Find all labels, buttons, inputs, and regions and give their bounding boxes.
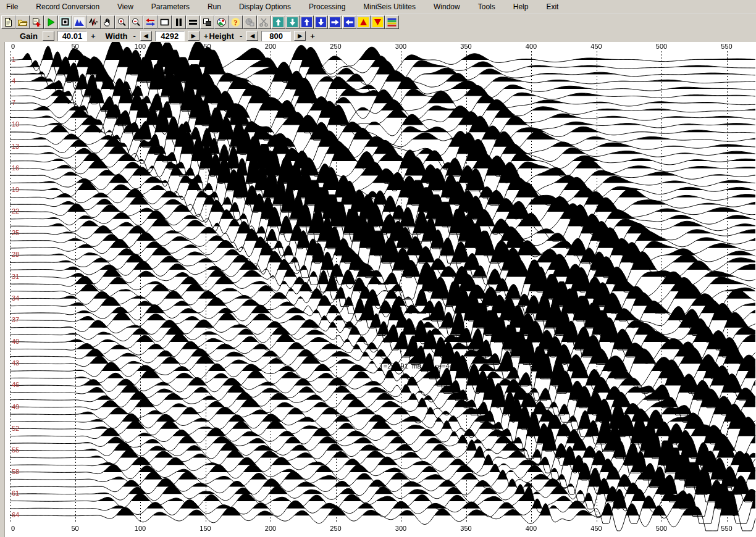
time-tick-bottom-150: 150 — [200, 525, 211, 532]
menu-item-view[interactable]: View — [112, 1, 138, 12]
save-record-button[interactable] — [30, 15, 44, 29]
menu-item-display-options[interactable]: Display Options — [234, 1, 296, 12]
window-left-border — [0, 42, 5, 537]
open-record-button[interactable] — [15, 15, 30, 29]
new-record-icon — [3, 17, 14, 27]
width-next-button[interactable]: ▶ — [188, 31, 200, 41]
nudge-up-icon — [273, 17, 284, 27]
width-label: Width — [106, 31, 128, 41]
cut-disabled-icon — [259, 17, 269, 27]
trace-label-61: 61 — [12, 489, 19, 497]
wiggle-trace-button[interactable] — [86, 15, 101, 29]
trace-label-25: 25 — [12, 229, 19, 236]
amplitude-up-button[interactable] — [356, 15, 371, 29]
cut-disabled-button[interactable] — [257, 15, 271, 29]
pause-display-button[interactable] — [172, 15, 186, 29]
width-increase-button[interactable]: + — [204, 31, 209, 41]
menu-bar: FileRecord ConversionViewParametersRunDi… — [0, 0, 756, 14]
new-record-button[interactable] — [1, 15, 15, 29]
move-right-button[interactable] — [328, 15, 342, 29]
time-tick-bottom-0: 0 — [11, 525, 15, 532]
menu-item-tools[interactable]: Tools — [473, 1, 500, 12]
menu-item-miniseis-utilites[interactable]: MiniSeis Utilites — [358, 1, 421, 12]
time-tick-bottom-400: 400 — [526, 525, 537, 532]
overlay-windows-button[interactable] — [200, 15, 214, 29]
time-tick-bottom-350: 350 — [460, 525, 471, 532]
color-scale-button[interactable] — [385, 15, 399, 29]
menu-item-run[interactable]: Run — [203, 1, 226, 12]
width-decrease-button[interactable]: - — [133, 31, 135, 41]
height-value-field[interactable]: 800 — [261, 31, 291, 41]
time-tick-bottom-50: 50 — [71, 525, 78, 532]
trace-label-43: 43 — [12, 359, 19, 367]
height-label: Height — [209, 31, 233, 41]
processing-disabled-button[interactable] — [243, 15, 257, 29]
height-increase-button[interactable]: + — [310, 31, 315, 41]
color-scale-icon — [387, 17, 397, 27]
seismic-plot-area[interactable]: 050100150200250300350400450500550 050100… — [0, 42, 756, 537]
zoom-out-icon — [131, 17, 141, 27]
nudge-up-button[interactable] — [271, 15, 285, 29]
box-display-button[interactable] — [158, 15, 172, 29]
time-tick-bottom-300: 300 — [395, 525, 406, 532]
trace-label-1: 1 — [12, 56, 15, 63]
trace-label-40: 40 — [12, 338, 19, 345]
height-decrease-button[interactable]: - — [240, 31, 242, 41]
box-display-icon — [159, 17, 170, 27]
spectrum-button[interactable] — [72, 15, 86, 29]
color-image-button[interactable] — [214, 15, 229, 29]
time-tick-bottom-550: 550 — [721, 525, 732, 532]
height-next-button[interactable]: ▶ — [294, 31, 306, 41]
color-image-icon — [216, 17, 227, 27]
trace-label-64: 64 — [12, 511, 19, 518]
save-record-icon — [32, 17, 42, 27]
time-tick-top-500: 500 — [656, 43, 667, 50]
menu-item-record-conversion[interactable]: Record Conversion — [31, 1, 104, 12]
time-tick-top-200: 200 — [265, 43, 276, 50]
zoom-in-button[interactable] — [115, 15, 129, 29]
gain-value-field[interactable]: 40.01 — [57, 31, 87, 41]
trace-label-19: 19 — [12, 186, 19, 193]
trace-label-28: 28 — [12, 251, 19, 258]
trace-label-7: 7 — [12, 99, 15, 106]
equal-scale-button[interactable] — [186, 15, 200, 29]
menu-item-file[interactable]: File — [1, 1, 23, 12]
menu-item-parameters[interactable]: Parameters — [146, 1, 195, 12]
time-tick-top-250: 250 — [330, 43, 341, 50]
pick-annotation: T=283.91 ms, Trace=44 — [379, 362, 453, 370]
help-icon: ? — [230, 17, 241, 27]
zoom-out-button[interactable] — [129, 15, 143, 29]
gain-increase-button[interactable]: + — [91, 31, 96, 41]
pan-hand-button[interactable] — [101, 15, 115, 29]
help-button[interactable]: ? — [229, 15, 243, 29]
move-left-button[interactable] — [342, 15, 356, 29]
menu-item-window[interactable]: Window — [429, 1, 465, 12]
run-button[interactable] — [44, 15, 58, 29]
pause-display-icon — [174, 17, 184, 27]
application-window: FileRecord ConversionViewParametersRunDi… — [0, 0, 756, 537]
height-prev-button[interactable]: ◀ — [246, 31, 258, 41]
swap-direction-button[interactable] — [143, 15, 158, 29]
move-up-icon — [301, 17, 312, 27]
menu-item-processing[interactable]: Processing — [304, 1, 350, 12]
menu-item-exit[interactable]: Exit — [541, 1, 563, 12]
display-controls: Gain - 40.01 + Width - ◀ 4292 ▶ + Height… — [0, 30, 756, 42]
time-tick-top-550: 550 — [721, 43, 732, 50]
stop-button[interactable] — [58, 15, 72, 29]
toolbar: ? — [0, 14, 756, 30]
trace-label-49: 49 — [12, 403, 19, 410]
width-prev-button[interactable]: ◀ — [140, 31, 152, 41]
trace-label-4: 4 — [12, 77, 15, 85]
nudge-down-button[interactable] — [285, 15, 300, 29]
gain-decrease-button[interactable]: - — [43, 31, 54, 41]
nudge-down-icon — [287, 17, 298, 27]
width-value-field[interactable]: 4292 — [155, 31, 185, 41]
zoom-in-icon — [117, 17, 127, 27]
move-up-button[interactable] — [300, 15, 314, 29]
move-down-button[interactable] — [314, 15, 328, 29]
seismic-wiggle-canvas[interactable] — [0, 42, 756, 537]
stop-icon — [60, 17, 70, 27]
menu-item-help[interactable]: Help — [508, 1, 534, 12]
time-tick-bottom-200: 200 — [265, 525, 276, 532]
amplitude-down-button[interactable] — [371, 15, 385, 29]
